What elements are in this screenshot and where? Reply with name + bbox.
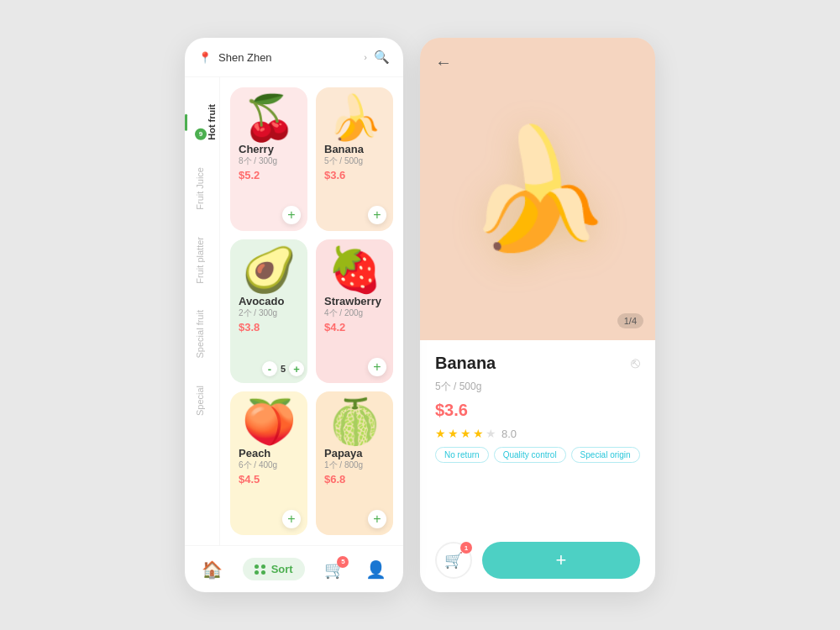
detail-info: Banana ⎋ 5个 / 500g $3.6 ★ ★ ★ ★ ★ 8.0 No… <box>420 340 655 592</box>
home-icon: 🏠 <box>202 559 223 580</box>
cherry-price: $5.2 <box>239 169 299 181</box>
tag-no-return: No return <box>435 447 489 463</box>
star-5: ★ <box>486 427 496 440</box>
strawberry-image: 🍓 <box>324 248 385 291</box>
peach-add-button[interactable]: + <box>282 510 301 528</box>
avocado-image: 🥑 <box>239 248 299 291</box>
sidebar-nav: 6 Hot fruit Fruit Juice Fruit platter Sp… <box>185 77 220 545</box>
banana-name: Banana <box>324 143 385 155</box>
cart-nav-badge: 5 <box>337 556 349 568</box>
strawberry-add-button[interactable]: + <box>368 358 386 376</box>
avocado-increase-button[interactable]: + <box>289 361 304 376</box>
sidebar-item-special[interactable]: Special <box>185 372 219 429</box>
star-2: ★ <box>448 427 459 440</box>
back-button[interactable]: ← <box>435 53 452 72</box>
peach-image: 🍑 <box>239 400 299 444</box>
detail-fruit-name: Banana <box>435 354 496 373</box>
avocado-quantity-control: - 5 + <box>262 361 304 376</box>
home-nav-item[interactable]: 🏠 <box>202 559 223 580</box>
banana-image: 🍌 <box>324 96 385 139</box>
fruit-card-strawberry[interactable]: 🍓 Strawberry 4个 / 200g $4.2 + <box>316 239 393 383</box>
detail-footer: 🛒 1 + <box>435 542 640 579</box>
detail-fruit-price: $3.6 <box>435 401 640 420</box>
nav-badge: 6 <box>195 129 207 140</box>
user-icon: 👤 <box>365 559 386 580</box>
star-4: ★ <box>473 427 484 440</box>
rating-row: ★ ★ ★ ★ ★ 8.0 <box>435 427 640 440</box>
sidebar-item-fruit-platter[interactable]: Fruit platter <box>185 223 219 297</box>
bottom-bar: 🏠 Sort 🛒 5 👤 <box>185 545 403 592</box>
peach-quantity: 6个 / 400g <box>239 459 299 471</box>
search-icon[interactable]: 🔍 <box>374 50 390 65</box>
fruit-grid: 🍒 Cherry 8个 / 300g $5.2 + 🍌 Banana 5个 / … <box>220 77 403 545</box>
detail-header: Banana ⎋ <box>435 354 640 373</box>
cherry-image: 🍒 <box>239 96 299 139</box>
tags-row: No return Quality control Special origin <box>435 447 640 463</box>
strawberry-name: Strawberry <box>324 295 385 307</box>
star-1: ★ <box>435 427 446 440</box>
papaya-image: 🍈 <box>324 400 385 444</box>
detail-fruit-image: 🍌 <box>465 130 612 248</box>
fruit-card-peach[interactable]: 🍑 Peach 6个 / 400g $4.5 + <box>230 391 307 535</box>
cherry-add-button[interactable]: + <box>282 206 301 224</box>
sort-dots-icon <box>255 564 266 575</box>
rating-value: 8.0 <box>501 428 517 440</box>
star-rating: ★ ★ ★ ★ ★ <box>435 427 496 440</box>
sidebar-item-fruit-juice[interactable]: Fruit Juice <box>185 154 219 223</box>
peach-name: Peach <box>239 447 299 459</box>
add-to-cart-icon: + <box>556 549 567 571</box>
strawberry-price: $4.2 <box>324 321 385 333</box>
fruit-card-cherry[interactable]: 🍒 Cherry 8个 / 300g $5.2 + <box>230 87 307 231</box>
tag-special-origin: Special origin <box>571 447 640 463</box>
star-3: ★ <box>460 427 471 440</box>
sort-label: Sort <box>271 563 293 575</box>
top-bar: 📍 Shen Zhen › 🔍 <box>185 38 403 77</box>
user-nav-item[interactable]: 👤 <box>365 559 386 580</box>
banana-quantity: 5个 / 500g <box>324 155 385 167</box>
location-pin-icon: 📍 <box>198 51 212 64</box>
avocado-quantity: 2个 / 300g <box>239 307 299 319</box>
papaya-price: $6.8 <box>324 473 385 486</box>
peach-price: $4.5 <box>239 473 299 486</box>
cart-nav-item[interactable]: 🛒 5 <box>324 559 345 580</box>
avocado-price: $3.8 <box>239 321 299 333</box>
cherry-name: Cherry <box>239 143 299 155</box>
tag-quality-control: Quality control <box>494 447 566 463</box>
cart-small-button[interactable]: 🛒 1 <box>435 542 472 579</box>
sidebar-item-hot-fruit[interactable]: 6 Hot fruit <box>185 91 219 154</box>
strawberry-quantity: 4个 / 200g <box>324 307 385 319</box>
banana-add-button[interactable]: + <box>368 206 386 224</box>
detail-fruit-quantity: 5个 / 500g <box>435 380 640 394</box>
sidebar-item-special-fruit[interactable]: Special fruit <box>185 297 219 371</box>
papaya-quantity: 1个 / 800g <box>324 459 385 471</box>
detail-image-area: ← 🍌 1/4 <box>420 38 655 340</box>
avocado-name: Avocado <box>239 295 299 307</box>
share-icon[interactable]: ⎋ <box>631 354 640 372</box>
right-panel: ← 🍌 1/4 Banana ⎋ 5个 / 500g $3.6 ★ ★ ★ ★ … <box>420 38 655 592</box>
banana-price: $3.6 <box>324 169 385 181</box>
cart-small-badge: 1 <box>460 542 472 554</box>
sort-button[interactable]: Sort <box>243 558 305 580</box>
arrow-right-icon: › <box>364 52 367 62</box>
add-to-cart-button[interactable]: + <box>482 542 640 579</box>
page-indicator: 1/4 <box>617 313 643 328</box>
main-content: 6 Hot fruit Fruit Juice Fruit platter Sp… <box>185 77 403 545</box>
papaya-add-button[interactable]: + <box>368 510 386 528</box>
fruit-card-banana[interactable]: 🍌 Banana 5个 / 500g $3.6 + <box>316 87 393 231</box>
avocado-quantity-value: 5 <box>281 364 286 374</box>
cart-small-icon: 🛒 <box>444 551 463 570</box>
papaya-name: Papaya <box>324 447 385 459</box>
fruit-card-avocado[interactable]: 🥑 Avocado 2个 / 300g $3.8 - 5 + <box>230 239 307 383</box>
fruit-card-papaya[interactable]: 🍈 Papaya 1个 / 800g $6.8 + <box>316 391 393 535</box>
cherry-quantity: 8个 / 300g <box>239 155 299 167</box>
left-panel: 📍 Shen Zhen › 🔍 6 Hot fruit Fruit Juice … <box>185 38 403 592</box>
avocado-decrease-button[interactable]: - <box>262 361 277 376</box>
location-text: Shen Zhen <box>218 51 357 64</box>
